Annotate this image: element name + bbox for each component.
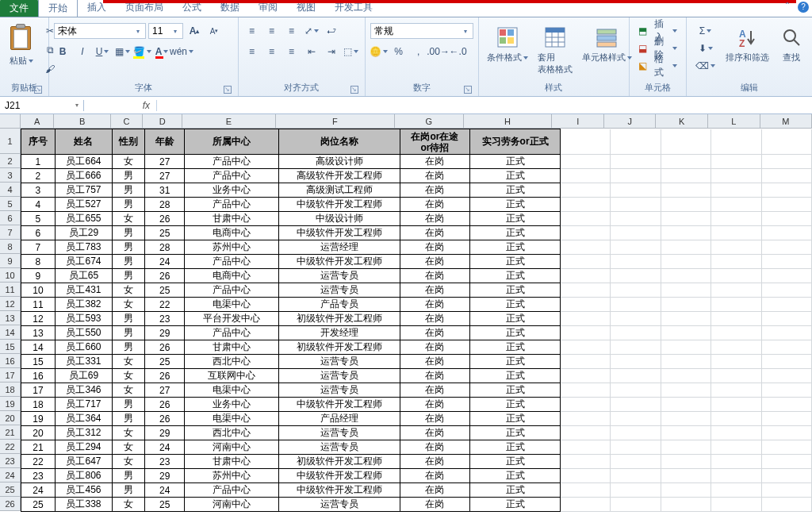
row-header[interactable]: 10 — [0, 268, 21, 283]
conditional-format-button[interactable]: 条件格式 — [484, 23, 531, 65]
decrease-indent-button[interactable]: ⇤ — [303, 44, 320, 60]
align-right-button[interactable]: ≡ — [283, 44, 301, 60]
table-header[interactable]: 性别 — [113, 129, 145, 155]
table-header[interactable]: 序号 — [21, 129, 56, 155]
font-dialog-icon[interactable]: ↘ — [224, 86, 232, 94]
row-header[interactable]: 13 — [0, 311, 21, 325]
table-row[interactable]: 25员工338女25河南中心运营专员在岗正式 — [21, 498, 812, 512]
italic-button[interactable]: I — [74, 44, 91, 60]
fx-icon[interactable]: fx — [143, 100, 150, 111]
increase-decimal-button[interactable]: .00→ — [430, 44, 447, 60]
table-row[interactable]: 18员工717男26业务中心中级软件开发工程师在岗正式 — [21, 398, 812, 412]
cell-style-button[interactable]: 单元格样式 — [579, 23, 635, 65]
table-format-button[interactable]: 套用 表格格式 — [534, 23, 576, 77]
spreadsheet-grid[interactable]: ABCDEFGHIJKLM 12345678910111213141516171… — [0, 114, 812, 517]
table-header[interactable]: 岗位名称 — [279, 129, 400, 155]
fill-color-button[interactable]: 🪣 — [133, 44, 151, 60]
wrap-text-button[interactable]: ⮐ — [323, 23, 340, 39]
increase-indent-button[interactable]: ⇥ — [323, 44, 340, 60]
row-header[interactable]: 14 — [0, 325, 21, 340]
table-header[interactable]: 年龄 — [145, 129, 185, 155]
minimize-ribbon-icon[interactable]: ˆ — [782, 2, 793, 13]
border-button[interactable]: ▦ — [113, 44, 131, 60]
row-header[interactable]: 9 — [0, 254, 21, 268]
col-header[interactable]: I — [552, 114, 604, 129]
table-row[interactable]: 3员工757男31业务中心高级测试工程师在岗正式 — [21, 183, 812, 198]
col-header[interactable]: E — [182, 114, 276, 129]
row-header[interactable]: 6 — [0, 211, 21, 225]
row-header[interactable]: 17 — [0, 368, 21, 383]
align-top-button[interactable]: ≡ — [243, 23, 261, 39]
row-header[interactable]: 22 — [0, 440, 21, 454]
decrease-decimal-button[interactable]: ←.0 — [450, 44, 467, 60]
table-header[interactable]: 姓名 — [55, 129, 112, 155]
table-row[interactable]: 23员工806男29苏州中心中级软件开发工程师在岗正式 — [21, 469, 812, 483]
currency-button[interactable]: 🪙 — [370, 44, 388, 60]
autosum-button[interactable]: Σ — [691, 23, 719, 39]
number-dialog-icon[interactable]: ↘ — [464, 86, 472, 94]
font-color-button[interactable]: A — [153, 44, 170, 60]
table-header[interactable]: 在岗or在途or待招 — [400, 129, 469, 155]
table-row[interactable]: 2员工666男27产品中心高级软件开发工程师在岗正式 — [21, 169, 812, 183]
row-header[interactable]: 8 — [0, 240, 21, 254]
row-header[interactable]: 26 — [0, 497, 21, 511]
col-header[interactable]: B — [54, 114, 110, 129]
percent-button[interactable]: % — [390, 44, 408, 60]
table-row[interactable]: 7员工783男28苏州中心运营经理在岗正式 — [21, 240, 812, 255]
table-header[interactable]: 实习劳务or正式 — [470, 129, 561, 155]
table-row[interactable]: 8员工674男24产品中心中级软件开发工程师在岗正式 — [21, 255, 812, 269]
row-header[interactable]: 19 — [0, 397, 21, 411]
table-row[interactable]: 5员工655女26甘肃中心中级设计师在岗正式 — [21, 212, 812, 226]
row-header[interactable]: 4 — [0, 183, 21, 197]
increase-font-button[interactable]: A▴ — [186, 23, 203, 39]
row-header[interactable]: 2 — [0, 154, 21, 168]
format-cells-button[interactable]: ⬕ 格式 — [634, 58, 681, 74]
table-row[interactable]: 22员工647女23甘肃中心初级软件开发工程师在岗正式 — [21, 455, 812, 469]
help-icon[interactable]: ? — [798, 2, 809, 13]
row-header[interactable]: 24 — [0, 468, 21, 482]
row-header[interactable]: 5 — [0, 197, 21, 211]
col-header[interactable]: D — [143, 114, 182, 129]
sort-filter-button[interactable]: AZ 排序和筛选 — [722, 23, 772, 65]
row-header[interactable]: 7 — [0, 225, 21, 240]
table-row[interactable]: 9员工65男26电商中心运营专员在岗正式 — [21, 269, 812, 283]
row-header[interactable]: 3 — [0, 168, 21, 183]
tab-0[interactable]: 开始 — [38, 0, 78, 17]
align-middle-button[interactable]: ≡ — [263, 23, 281, 39]
col-header[interactable]: M — [760, 114, 812, 129]
align-bottom-button[interactable]: ≡ — [283, 23, 301, 39]
underline-button[interactable]: U — [94, 44, 111, 60]
row-header[interactable]: 18 — [0, 383, 21, 397]
phonetic-button[interactable]: wén — [173, 44, 190, 60]
table-row[interactable]: 11员工382女22电渠中心产品专员在岗正式 — [21, 298, 812, 312]
number-format-select[interactable]: 常规▾ — [370, 23, 473, 39]
table-row[interactable]: 13员工550男29产品中心开发经理在岗正式 — [21, 326, 812, 340]
table-row[interactable]: 16员工69女26互联网中心运营专员在岗正式 — [21, 369, 812, 383]
table-row[interactable]: 15员工331女25西北中心运营专员在岗正式 — [21, 355, 812, 369]
row-header[interactable]: 12 — [0, 297, 21, 311]
align-dialog-icon[interactable]: ↘ — [350, 86, 358, 94]
table-row[interactable]: 6员工29男25电商中心中级软件开发工程师在岗正式 — [21, 226, 812, 240]
col-header[interactable]: H — [464, 114, 553, 129]
col-header[interactable]: A — [21, 114, 54, 129]
row-header[interactable]: 15 — [0, 340, 21, 354]
paste-button[interactable]: 粘贴 — [5, 20, 38, 68]
table-row[interactable]: 1员工664女27产品中心高级设计师在岗正式 — [21, 155, 812, 169]
col-header[interactable]: J — [604, 114, 657, 129]
find-select-button[interactable]: 查找 — [776, 23, 807, 65]
row-header[interactable]: 21 — [0, 425, 21, 440]
decrease-font-button[interactable]: A▾ — [205, 23, 223, 39]
row-header[interactable]: 25 — [0, 482, 21, 497]
clear-button[interactable]: ⌫ — [691, 58, 719, 74]
select-all-corner[interactable] — [0, 114, 21, 129]
col-header[interactable]: F — [276, 114, 395, 129]
tab-file[interactable]: 文件 — [0, 0, 38, 17]
table-header[interactable]: 所属中心 — [185, 129, 279, 155]
clipboard-dialog-icon[interactable]: ↘ — [34, 86, 42, 94]
fill-button[interactable]: ⬇ — [691, 40, 719, 56]
col-header[interactable]: L — [708, 114, 760, 129]
table-row[interactable]: 21员工294女24河南中心运营专员在岗正式 — [21, 440, 812, 455]
row-header[interactable]: 1 — [0, 129, 21, 154]
name-box[interactable]: J21▾ — [0, 100, 84, 111]
font-size-input[interactable]: 11▾ — [148, 23, 183, 39]
